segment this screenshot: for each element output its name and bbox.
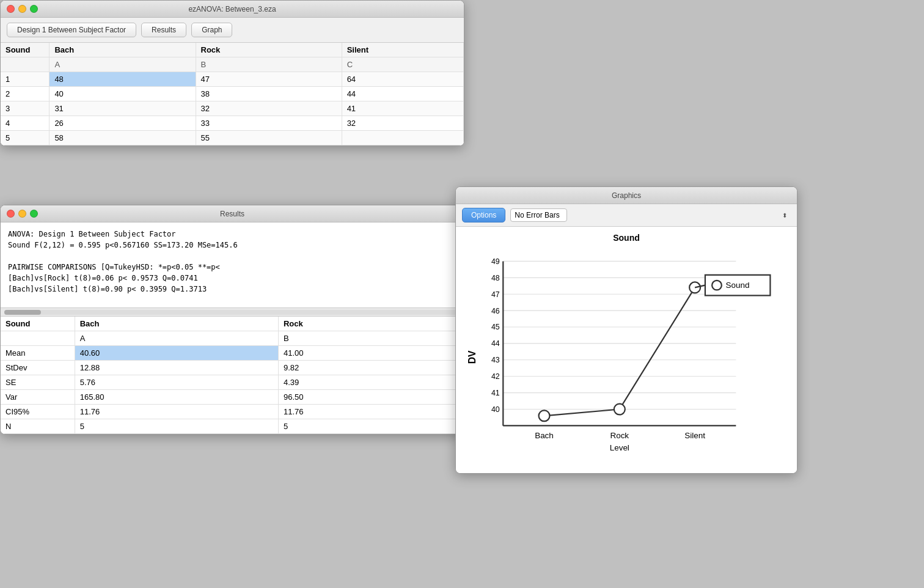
y-tick-44: 44 bbox=[491, 339, 500, 348]
scrollbar-track bbox=[4, 310, 460, 315]
stats-cell-label-3: Var bbox=[1, 390, 75, 405]
graphics-window-title: Graphics bbox=[612, 191, 641, 200]
stats-row: Var165.8096.50 bbox=[1, 390, 464, 405]
stats-subheader-bach: A bbox=[75, 331, 278, 346]
stats-row: CI95%11.7611.76 bbox=[1, 405, 464, 419]
table-row: 1484764 bbox=[1, 72, 464, 87]
stats-cell-rock-5: 5 bbox=[278, 419, 463, 434]
y-tick-48: 48 bbox=[491, 274, 500, 282]
table-row: 55855 bbox=[1, 131, 464, 145]
options-button[interactable]: Options bbox=[462, 208, 505, 222]
results-button[interactable]: Results bbox=[141, 23, 186, 37]
results-text-area: ANOVA: Design 1 Between Subject FactorSo… bbox=[1, 222, 464, 308]
stats-cell-bach-1: 12.88 bbox=[75, 361, 278, 375]
table-row: 3313241 bbox=[1, 101, 464, 116]
stats-cell-bach-3: 165.80 bbox=[75, 390, 278, 405]
main-window-title: ezANOVA: Between_3.eza bbox=[188, 5, 276, 13]
stats-table-body: Mean40.6041.00StDev12.889.82SE5.764.39Va… bbox=[1, 346, 464, 434]
minimize-button[interactable] bbox=[18, 5, 26, 13]
scrollbar[interactable] bbox=[1, 308, 464, 317]
stats-cell-label-1: StDev bbox=[1, 361, 75, 375]
main-table-body: 148476424038443313241426333255855 bbox=[1, 72, 464, 145]
stats-table: Sound Bach Rock A B Mean40.6041.00StDev1… bbox=[1, 317, 464, 434]
subheader-silent: C bbox=[342, 57, 463, 72]
subheader-rock: B bbox=[196, 57, 342, 72]
cell-sound-4: 5 bbox=[1, 131, 50, 145]
cell-rock-3: 33 bbox=[196, 116, 342, 131]
stats-cell-rock-0: 41.00 bbox=[278, 346, 463, 361]
scrollbar-thumb[interactable] bbox=[4, 310, 41, 315]
y-tick-41: 41 bbox=[491, 389, 500, 397]
data-point-bach bbox=[539, 410, 550, 421]
col-silent-header: Silent bbox=[342, 43, 463, 57]
subheader-bach: A bbox=[50, 57, 196, 72]
results-close-button[interactable] bbox=[7, 210, 15, 218]
stats-cell-rock-3: 96.50 bbox=[278, 390, 463, 405]
data-point-rock bbox=[614, 404, 625, 415]
cell-silent-2: 41 bbox=[342, 101, 463, 116]
stats-subheader-row: A B bbox=[1, 331, 464, 346]
results-window: Results ANOVA: Design 1 Between Subject … bbox=[0, 205, 464, 435]
y-tick-46: 46 bbox=[491, 307, 500, 315]
main-window: ezANOVA: Between_3.eza Design 1 Between … bbox=[0, 0, 464, 146]
cell-silent-0: 64 bbox=[342, 72, 463, 87]
x-label-bach: Bach bbox=[535, 431, 554, 440]
legend-label: Sound bbox=[726, 281, 750, 290]
stats-col-rock-header: Rock bbox=[278, 317, 463, 331]
graphics-window: Graphics Options No Error Bars Standard … bbox=[455, 186, 798, 474]
stats-header-row: Sound Bach Rock bbox=[1, 317, 464, 331]
y-axis-label: DV bbox=[467, 350, 477, 364]
stats-row: StDev12.889.82 bbox=[1, 361, 464, 375]
y-tick-43: 43 bbox=[491, 356, 500, 364]
col-bach-header: Bach bbox=[50, 43, 196, 57]
results-title-bar: Results bbox=[1, 205, 464, 222]
graphics-title-bar: Graphics bbox=[456, 187, 797, 204]
data-point-silent bbox=[689, 282, 700, 293]
stats-cell-label-5: N bbox=[1, 419, 75, 434]
col-rock-header: Rock bbox=[196, 43, 342, 57]
select-arrow-icon: ⬍ bbox=[782, 212, 787, 219]
cell-silent-3: 32 bbox=[342, 116, 463, 131]
cell-sound-3: 4 bbox=[1, 116, 50, 131]
results-minimize-button[interactable] bbox=[18, 210, 26, 218]
stats-cell-label-2: SE bbox=[1, 375, 75, 390]
stats-cell-bach-5: 5 bbox=[75, 419, 278, 434]
cell-bach-2: 31 bbox=[50, 101, 196, 116]
error-bars-select[interactable]: No Error Bars Standard Error 95% CI bbox=[510, 208, 567, 222]
results-line: PAIRWISE COMPARISONS [Q=TukeyHSD: *=p<0.… bbox=[8, 262, 457, 273]
error-bars-select-wrapper: No Error Bars Standard Error 95% CI ⬍ bbox=[510, 208, 791, 222]
close-button[interactable] bbox=[7, 5, 15, 13]
x-label-rock: Rock bbox=[610, 431, 629, 440]
window-controls bbox=[7, 5, 38, 13]
table-header-row: Sound Bach Rock Silent bbox=[1, 43, 464, 57]
stats-cell-rock-2: 4.39 bbox=[278, 375, 463, 390]
stats-subheader-label bbox=[1, 331, 75, 346]
maximize-button[interactable] bbox=[30, 5, 38, 13]
stats-cell-label-4: CI95% bbox=[1, 405, 75, 419]
legend-circle bbox=[712, 281, 722, 290]
results-line: Sound F(2,12) = 0.595 p<0.567160 SS=173.… bbox=[8, 240, 457, 251]
results-line: ANOVA: Design 1 Between Subject Factor bbox=[8, 229, 457, 240]
chart-svg: DV 49 48 47 46 45 bbox=[462, 248, 791, 467]
main-toolbar: Design 1 Between Subject Factor Results … bbox=[1, 18, 464, 43]
main-title-bar: ezANOVA: Between_3.eza bbox=[1, 1, 464, 18]
stats-subheader-rock: B bbox=[278, 331, 463, 346]
results-line bbox=[8, 251, 457, 262]
graph-button[interactable]: Graph bbox=[191, 23, 232, 37]
subheader-sound bbox=[1, 57, 50, 72]
stats-cell-rock-1: 9.82 bbox=[278, 361, 463, 375]
stats-row: SE5.764.39 bbox=[1, 375, 464, 390]
stats-col-bach-header: Bach bbox=[75, 317, 278, 331]
results-maximize-button[interactable] bbox=[30, 210, 38, 218]
cell-sound-1: 2 bbox=[1, 87, 50, 101]
y-tick-45: 45 bbox=[491, 323, 500, 331]
table-row: 2403844 bbox=[1, 87, 464, 101]
graphics-controls-bar: Options No Error Bars Standard Error 95%… bbox=[456, 204, 797, 227]
stats-row: N55 bbox=[1, 419, 464, 434]
design-button[interactable]: Design 1 Between Subject Factor bbox=[7, 23, 136, 37]
cell-rock-1: 38 bbox=[196, 87, 342, 101]
main-data-table: Sound Bach Rock Silent A B C 14847642403… bbox=[1, 43, 464, 145]
y-tick-42: 42 bbox=[491, 372, 500, 381]
cell-bach-0: 48 bbox=[50, 72, 196, 87]
y-tick-47: 47 bbox=[491, 290, 500, 299]
